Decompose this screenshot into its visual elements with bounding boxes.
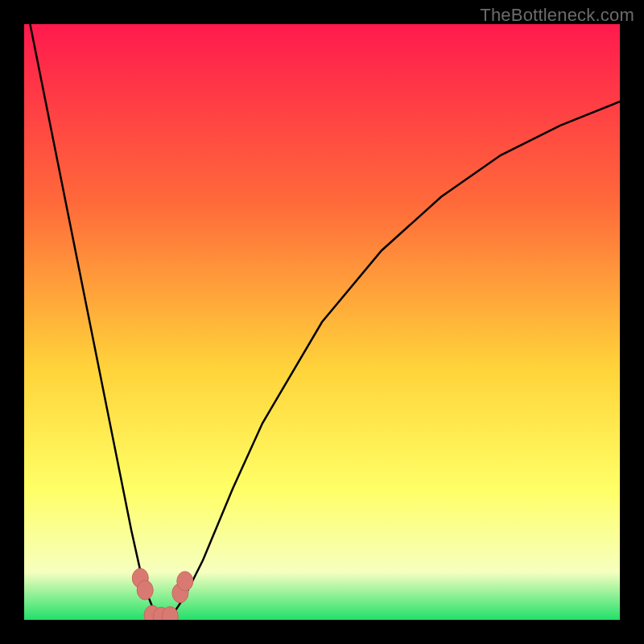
watermark-text: TheBottleneck.com [480, 5, 634, 26]
curve-marker [137, 580, 153, 600]
bottleneck-curve [30, 24, 620, 620]
plot-area [24, 24, 620, 620]
chart-frame: TheBottleneck.com [0, 0, 644, 644]
curve-layer [24, 24, 620, 620]
curve-marker [177, 572, 193, 591]
curve-markers [132, 568, 193, 620]
